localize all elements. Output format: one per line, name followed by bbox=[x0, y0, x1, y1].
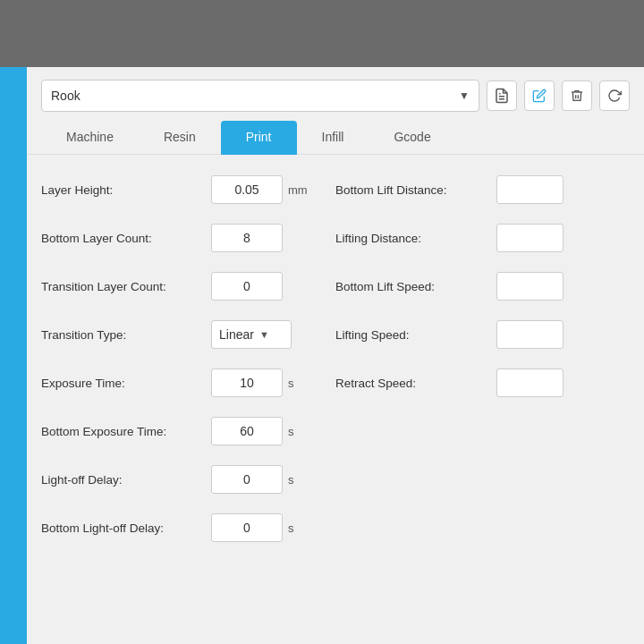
save-button[interactable] bbox=[487, 80, 517, 111]
exposure-time-unit: s bbox=[288, 377, 306, 390]
layer-height-unit: mm bbox=[288, 183, 308, 197]
lifting-distance-input[interactable] bbox=[496, 224, 564, 252]
bottom-light-off-delay-label: Bottom Light-off Delay: bbox=[41, 521, 211, 535]
bottom-exposure-time-row: Bottom Exposure Time: s bbox=[41, 414, 335, 448]
exposure-time-row: Exposure Time: s bbox=[41, 366, 335, 400]
lifting-distance-row: Lifting Distance: bbox=[335, 221, 630, 255]
bottom-layer-count-input[interactable] bbox=[211, 224, 283, 252]
lifting-speed-row: Lifting Speed: bbox=[335, 318, 630, 352]
retract-speed-row: Retract Speed: bbox=[335, 366, 630, 400]
transition-type-dropdown[interactable]: Linear ▼ bbox=[211, 320, 292, 349]
bottom-exposure-time-unit: s bbox=[288, 425, 306, 438]
transition-type-arrow-icon: ▼ bbox=[259, 329, 269, 340]
top-bar bbox=[0, 0, 644, 67]
chevron-down-icon: ▼ bbox=[459, 89, 470, 102]
bottom-lift-distance-label: Bottom Lift Distance: bbox=[335, 183, 496, 197]
tab-resin[interactable]: Resin bbox=[139, 121, 221, 155]
light-off-delay-unit: s bbox=[288, 473, 306, 487]
bottom-lift-speed-input[interactable] bbox=[496, 272, 564, 301]
edit-button[interactable] bbox=[524, 80, 555, 111]
transition-layer-count-label: Transition Layer Count: bbox=[41, 280, 211, 293]
sidebar bbox=[0, 67, 27, 644]
profile-select-value: Rook bbox=[51, 89, 80, 103]
left-column: Layer Height: mm Bottom Layer Count: Tra… bbox=[41, 173, 335, 559]
bottom-exposure-time-label: Bottom Exposure Time: bbox=[41, 425, 211, 438]
light-off-delay-label: Light-off Delay: bbox=[41, 473, 211, 487]
bottom-light-off-delay-unit: s bbox=[288, 521, 306, 535]
transition-layer-count-input[interactable] bbox=[211, 272, 283, 301]
tab-machine[interactable]: Machine bbox=[41, 121, 139, 155]
layer-height-input[interactable] bbox=[211, 175, 283, 204]
lifting-speed-label: Lifting Speed: bbox=[335, 328, 496, 342]
exposure-time-label: Exposure Time: bbox=[41, 377, 211, 390]
bottom-exposure-time-input[interactable] bbox=[211, 417, 283, 445]
right-column: Bottom Lift Distance: Lifting Distance: … bbox=[335, 173, 630, 559]
bottom-lift-speed-label: Bottom Lift Speed: bbox=[335, 280, 496, 293]
transition-type-row: Transition Type: Linear ▼ bbox=[41, 318, 335, 352]
light-off-delay-row: Light-off Delay: s bbox=[41, 462, 335, 496]
tab-print[interactable]: Print bbox=[221, 121, 297, 155]
main-container: Rook ▼ bbox=[0, 67, 644, 644]
bottom-lift-distance-input[interactable] bbox=[496, 175, 564, 204]
layer-height-label: Layer Height: bbox=[41, 183, 211, 197]
lifting-distance-label: Lifting Distance: bbox=[335, 232, 496, 245]
form-area: Layer Height: mm Bottom Layer Count: Tra… bbox=[27, 155, 644, 577]
lifting-speed-input[interactable] bbox=[496, 320, 564, 349]
retract-speed-input[interactable] bbox=[496, 369, 564, 397]
toolbar: Rook ▼ bbox=[27, 67, 644, 121]
refresh-button[interactable] bbox=[599, 80, 630, 111]
content-area: Rook ▼ bbox=[27, 67, 644, 644]
bottom-light-off-delay-input[interactable] bbox=[211, 513, 283, 542]
bottom-lift-distance-row: Bottom Lift Distance: bbox=[335, 173, 630, 207]
tab-infill[interactable]: Infill bbox=[297, 121, 369, 155]
transition-type-label: Transition Type: bbox=[41, 328, 211, 342]
transition-layer-count-row: Transition Layer Count: bbox=[41, 269, 335, 303]
exposure-time-input[interactable] bbox=[211, 369, 283, 397]
transition-type-value: Linear bbox=[219, 327, 254, 342]
delete-button[interactable] bbox=[562, 80, 592, 111]
profile-select[interactable]: Rook ▼ bbox=[41, 80, 479, 112]
bottom-layer-count-row: Bottom Layer Count: bbox=[41, 221, 335, 255]
layer-height-row: Layer Height: mm bbox=[41, 173, 335, 207]
bottom-lift-speed-row: Bottom Lift Speed: bbox=[335, 269, 630, 303]
bottom-layer-count-label: Bottom Layer Count: bbox=[41, 232, 211, 245]
bottom-light-off-delay-row: Bottom Light-off Delay: s bbox=[41, 511, 335, 545]
retract-speed-label: Retract Speed: bbox=[335, 377, 496, 390]
tabs-bar: Machine Resin Print Infill Gcode bbox=[27, 121, 644, 155]
tab-gcode[interactable]: Gcode bbox=[369, 121, 455, 155]
light-off-delay-input[interactable] bbox=[211, 465, 283, 494]
